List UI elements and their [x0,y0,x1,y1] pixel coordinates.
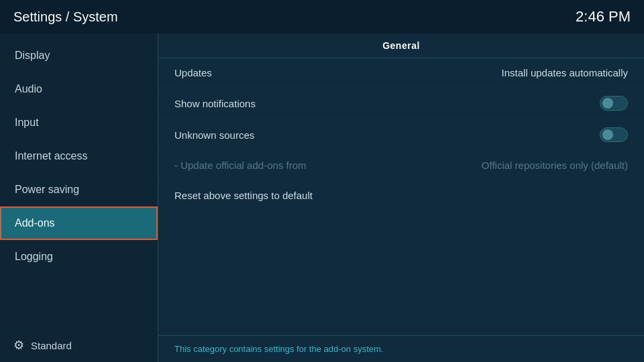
sidebar-item-audio[interactable]: Audio [0,72,158,106]
section-header: General [158,34,644,58]
footer-text: This category contains settings for the … [158,335,644,362]
setting-label-unknown-sources: Unknown sources [174,129,254,141]
sidebar-item-display[interactable]: Display [0,39,158,72]
setting-label-updates: Updates [174,67,212,78]
setting-row-updates: UpdatesInstall updates automatically [158,58,644,88]
sidebar-item-add-ons[interactable]: Add-ons [0,206,158,240]
sidebar-item-power-saving[interactable]: Power saving [0,173,158,206]
sidebar-item-internet-access[interactable]: Internet access [0,139,158,173]
setting-row-unknown-sources[interactable]: Unknown sources [158,119,644,151]
setting-label-show-notifications: Show notifications [174,98,256,109]
setting-label-update-official-addons: - Update official add-ons from [174,160,307,171]
setting-row-show-notifications[interactable]: Show notifications [158,88,644,119]
toggle-knob-unknown-sources [602,129,613,140]
setting-row-update-official-addons: - Update official add-ons fromOfficial r… [158,151,644,180]
toggle-unknown-sources[interactable] [600,127,628,142]
content-area: General UpdatesInstall updates automatic… [158,34,644,362]
page-title: Settings / System [13,9,118,25]
sidebar: DisplayAudioInputInternet accessPower sa… [0,34,158,362]
setting-value-update-official-addons: Official repositories only (default) [482,160,628,171]
header: Settings / System 2:46 PM [0,0,644,34]
standard-label: Standard [31,340,72,351]
sidebar-item-input[interactable]: Input [0,106,158,139]
content-inner: General UpdatesInstall updates automatic… [158,34,644,335]
sidebar-item-logging[interactable]: Logging [0,240,158,274]
main-layout: DisplayAudioInputInternet accessPower sa… [0,34,644,362]
sidebar-bottom[interactable]: ⚙ Standard [0,328,158,362]
toggle-knob-show-notifications [602,98,613,109]
reset-button[interactable]: Reset above settings to default [158,180,644,210]
clock: 2:46 PM [576,8,631,25]
gear-icon: ⚙ [13,338,24,353]
toggle-show-notifications[interactable] [600,96,628,111]
setting-value-updates: Install updates automatically [502,67,628,78]
